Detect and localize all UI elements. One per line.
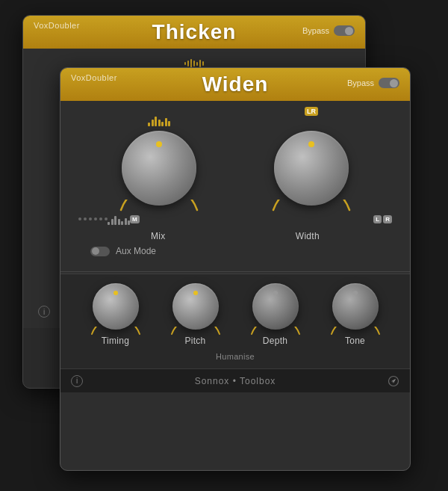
widen-tone-label: Tone — [345, 336, 365, 346]
widen-depth-knob[interactable] — [252, 283, 299, 330]
thicken-bypass-toggle[interactable] — [334, 25, 355, 36]
widen-mix-knob-wrapper — [122, 131, 196, 206]
widen-r-badge: R — [383, 215, 392, 223]
widen-compass-icon[interactable] — [388, 375, 399, 387]
widen-timing-dot — [113, 291, 118, 295]
widen-width-label: Width — [296, 231, 320, 241]
widen-timing-wrapper — [93, 283, 139, 330]
widen-humanise-label: Humanise — [216, 351, 255, 361]
widen-bypass-toggle[interactable] — [379, 78, 399, 88]
widen-depth-container: Depth — [252, 283, 299, 346]
widen-pitch-knob[interactable] — [172, 283, 219, 330]
widen-m-badge: M — [130, 215, 140, 223]
widen-l-badge: L — [373, 215, 382, 223]
widen-center-meter — [108, 213, 130, 225]
widen-mix-label: Mix — [151, 231, 166, 241]
widen-pitch-dot — [193, 291, 198, 295]
widen-humanise-label-area: Humanise — [75, 349, 395, 362]
widen-section-divider — [60, 271, 410, 272]
widen-pitch-label: Pitch — [184, 336, 205, 346]
thicken-header: VoxDoubler Thicken Bypass — [23, 16, 365, 49]
widen-tone-wrapper — [332, 283, 379, 330]
widen-mix-meter — [148, 114, 170, 126]
widen-bypass-group: Bypass — [347, 78, 399, 88]
widen-timing-knob[interactable] — [93, 283, 139, 330]
widen-lower: Timing Pitch — [60, 274, 410, 368]
widen-brand: VoxDoubler — [71, 73, 117, 82]
widen-header: VoxDoubler Widen Bypass — [60, 68, 410, 101]
thicken-bypass-label: Bypass — [302, 26, 329, 35]
widen-panel: VoxDoubler Widen Bypass — [60, 67, 411, 471]
widen-tone-knob[interactable] — [332, 283, 379, 330]
thicken-brand: VoxDoubler — [34, 21, 80, 30]
widen-humanise-knobs: Timing Pitch — [75, 283, 395, 346]
widen-width-knob-wrapper — [274, 131, 349, 206]
widen-indicators-row: M L R — [75, 213, 395, 225]
widen-width-dot — [308, 141, 314, 147]
widen-footer: i Sonnox • Toolbox — [60, 368, 410, 392]
widen-bypass-label: Bypass — [347, 78, 374, 87]
widen-lr-badge: LR — [305, 107, 318, 116]
widen-depth-wrapper — [252, 283, 299, 330]
widen-timing-label: Timing — [102, 336, 129, 346]
widen-info-button[interactable]: i — [71, 375, 83, 387]
widen-tone-dot — [353, 291, 358, 295]
widen-mix-knob[interactable] — [122, 131, 196, 206]
thicken-info-button[interactable]: i — [38, 306, 50, 318]
widen-aux-label: Aux Mode — [116, 246, 156, 256]
widen-aux-toggle[interactable] — [90, 247, 110, 256]
widen-aux-row: Aux Mode — [75, 241, 395, 262]
widen-pitch-wrapper — [172, 283, 219, 330]
widen-footer-brand: Sonnox • Toolbox — [195, 376, 276, 386]
widen-left-dots — [78, 217, 108, 220]
widen-mix-area — [122, 114, 196, 206]
widen-pitch-container: Pitch — [172, 283, 219, 346]
thicken-bypass-group: Bypass — [302, 25, 355, 36]
widen-upper: LR — [60, 101, 410, 270]
widen-width-area: LR — [274, 114, 349, 206]
widen-depth-dot — [273, 291, 278, 295]
widen-width-knob[interactable] — [274, 131, 349, 206]
widen-tone-container: Tone — [332, 283, 379, 346]
widen-label-row: Mix Width — [75, 229, 395, 241]
widen-main-knobs-row: LR — [75, 114, 395, 206]
widen-timing-container: Timing — [93, 283, 139, 346]
widen-mix-dot — [156, 141, 162, 147]
widen-body: LR — [60, 101, 410, 392]
widen-depth-label: Depth — [263, 336, 288, 346]
